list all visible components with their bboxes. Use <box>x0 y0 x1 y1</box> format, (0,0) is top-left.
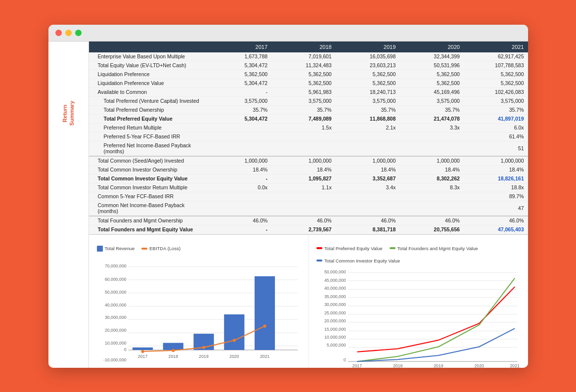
founders-line <box>357 278 515 361</box>
table-header-2019: 2019 <box>336 42 400 52</box>
revenue-chart-area: 70,000,000 60,000,000 50,000,000 40,000,… <box>97 255 301 368</box>
row-value: 45,169,496 <box>399 87 464 96</box>
row-label: Common 5-Year FCF-Based IRR <box>89 192 208 201</box>
row-value <box>336 201 400 216</box>
table-row: Total Common (Seed/Angel) Invested1,000,… <box>89 156 528 166</box>
title-bar <box>48 25 528 42</box>
row-value: 35.7% <box>399 105 464 114</box>
table-header-2020: 2020 <box>399 42 464 52</box>
row-value: 47 <box>464 201 528 216</box>
ebitda-point-2017 <box>141 350 144 353</box>
main-content: 2017 2018 2019 2020 2021 Enterprise Valu… <box>89 42 528 368</box>
equity-chart-legend: Total Preferred Equity Value Total Found… <box>316 246 520 263</box>
ebitda-point-2021 <box>263 324 266 327</box>
preferred-line <box>357 287 515 352</box>
svg-text:45,000,000: 45,000,000 <box>324 277 346 282</box>
row-value: 35.7% <box>464 105 528 114</box>
row-value <box>208 123 272 132</box>
svg-text:5,000,000: 5,000,000 <box>327 343 346 348</box>
row-value: 21,474,078 <box>399 114 464 123</box>
svg-text:40,000,000: 40,000,000 <box>324 286 346 291</box>
table-row: Enterprise Value Based Upon Multiple1,67… <box>89 52 528 61</box>
svg-text:2017: 2017 <box>137 354 147 359</box>
table-row: Preferred Return Multiple1.5x2.1x3.3x6.0… <box>89 123 528 132</box>
row-value <box>208 192 272 201</box>
row-value: 5,961,983 <box>271 87 336 96</box>
row-value: 2.1x <box>336 123 400 132</box>
row-label: Total Preferred Ownership <box>89 105 208 114</box>
row-value: 18.4% <box>399 165 464 174</box>
row-label: Total Common (Seed/Angel) Invested <box>89 156 208 166</box>
row-label: Preferred 5-Year FCF-Based IRR <box>89 132 208 141</box>
table-row: Available to Common-5,961,98318,240,7134… <box>89 87 528 96</box>
svg-text:40,000,000: 40,000,000 <box>104 302 126 307</box>
row-value: - <box>208 174 272 183</box>
table-row: Total Common Investor Ownership18.4%18.4… <box>89 165 528 174</box>
svg-text:20,000,000: 20,000,000 <box>104 327 126 332</box>
svg-text:2017: 2017 <box>353 363 362 367</box>
svg-text:2018: 2018 <box>168 354 178 359</box>
row-value: 18,826,161 <box>464 174 528 183</box>
svg-text:35,000,000: 35,000,000 <box>324 294 346 299</box>
row-value: 41,897,019 <box>464 114 528 123</box>
svg-text:50,000,000: 50,000,000 <box>104 289 126 294</box>
table-row: Preferred 5-Year FCF-Based IRR61.4% <box>89 132 528 141</box>
row-value: 8,381,718 <box>336 225 400 234</box>
legend-label-common: Total Common Investor Equity Value <box>324 258 400 263</box>
svg-text:30,000,000: 30,000,000 <box>324 302 346 307</box>
bar-2020-revenue <box>224 314 244 349</box>
common-line <box>357 328 515 361</box>
legend-label-revenue: Total Revenue <box>105 246 135 251</box>
legend-ebitda: EBITDA (Loss) <box>141 246 180 252</box>
revenue-chart-svg: 70,000,000 60,000,000 50,000,000 40,000,… <box>97 255 301 368</box>
row-value: 18,240,713 <box>336 87 400 96</box>
row-value: 1,000,000 <box>464 156 528 166</box>
table-row: Liquidation Preference Value5,304,4725,3… <box>89 79 528 87</box>
table-row: Total Preferred Ownership35.7%35.7%35.7%… <box>89 105 528 114</box>
row-label: Enterprise Value Based Upon Multiple <box>89 52 208 61</box>
charts-section: Total Revenue EBITDA (Loss) 70,000,000 6… <box>89 234 528 368</box>
row-value: 8.3x <box>399 183 464 192</box>
row-value: 1,000,000 <box>271 156 336 166</box>
svg-text:2019: 2019 <box>199 354 209 359</box>
equity-chart-box: Total Preferred Equity Value Total Found… <box>309 235 528 368</box>
close-button[interactable] <box>55 30 62 36</box>
maximize-button[interactable] <box>75 30 82 36</box>
row-value: 1.5x <box>271 123 336 132</box>
svg-text:25,000,000: 25,000,000 <box>324 310 346 315</box>
row-value: 3.4x <box>336 183 400 192</box>
row-label: Total Common Investor Return Multiple <box>89 183 208 192</box>
row-value: 46.0% <box>208 216 272 225</box>
row-value: 20,755,656 <box>399 225 464 234</box>
ebitda-point-2019 <box>202 346 205 348</box>
svg-text:0: 0 <box>124 347 126 352</box>
row-value: 62,917,425 <box>464 52 528 61</box>
legend-common-equity: Total Common Investor Equity Value <box>316 258 400 263</box>
row-value: 50,531,996 <box>399 61 464 70</box>
minimize-button[interactable] <box>65 30 72 36</box>
row-value: 7,489,089 <box>271 114 336 123</box>
table-row: Preferred Net Income-Based Payback (mont… <box>89 141 528 156</box>
row-value: 3,575,000 <box>208 96 272 105</box>
table-row: Common Net Income-Based Payback (months)… <box>89 201 528 216</box>
row-value: 35.7% <box>271 105 336 114</box>
row-value: 6.0x <box>464 123 528 132</box>
row-value: 5,362,500 <box>271 70 336 79</box>
row-value: 2,739,567 <box>271 225 336 234</box>
row-value <box>336 132 400 141</box>
row-value: 1,000,000 <box>336 156 400 166</box>
content-area: ReturnSummary 2017 2018 2019 2020 2021 <box>48 42 528 368</box>
revenue-chart-legend: Total Revenue EBITDA (Loss) <box>97 246 301 252</box>
legend-label-founders: Total Founders and Mgmt Equity Value <box>398 246 478 251</box>
main-window: ReturnSummary 2017 2018 2019 2020 2021 <box>48 25 528 368</box>
table-header-2018: 2018 <box>271 42 336 52</box>
table-header-2017: 2017 <box>208 42 272 52</box>
table-row: Total Founders and Mgmt Equity Value-2,7… <box>89 225 528 234</box>
legend-color-revenue <box>97 246 103 252</box>
sidebar-label: ReturnSummary <box>61 101 76 126</box>
row-value <box>399 201 464 216</box>
legend-label-ebitda: EBITDA (Loss) <box>149 246 180 251</box>
row-value: 35.7% <box>208 105 272 114</box>
row-value: 32,344,399 <box>399 52 464 61</box>
row-value: 18.4% <box>208 165 272 174</box>
